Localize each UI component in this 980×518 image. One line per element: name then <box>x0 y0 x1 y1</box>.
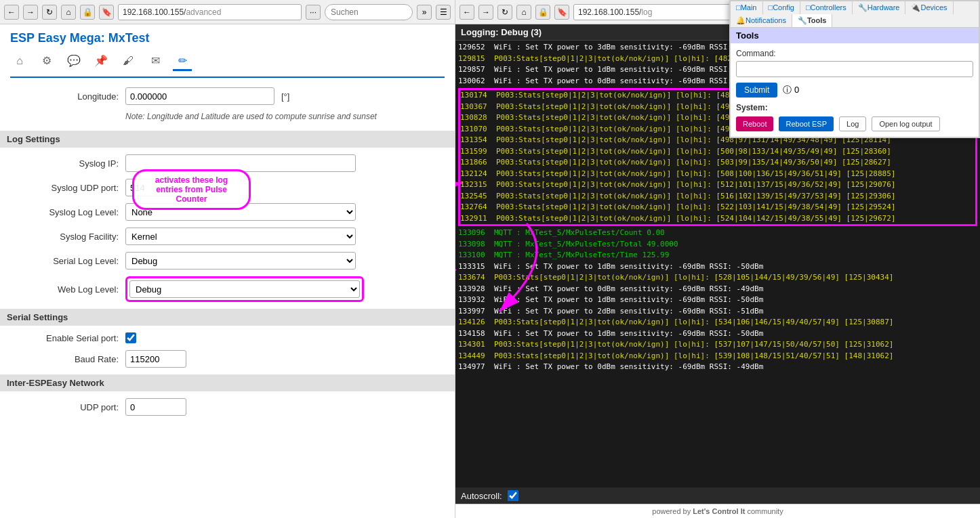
enable-serial-label: Enable Serial port: <box>10 333 119 343</box>
nav-notifications[interactable]: 🔔Notifications <box>731 14 792 27</box>
right-panel: □Main □Config □Controllers 🔧Hardware 🔌De… <box>455 0 980 518</box>
left-browser-bar: ← → ↻ ⌂ 🔒 🔖 192.168.100.155/advanced ···… <box>0 0 455 24</box>
home-button[interactable]: ⌂ <box>61 5 76 20</box>
left-url-bar[interactable]: 192.168.100.155/advanced <box>118 4 302 20</box>
autoscroll-label: Autoscroll: <box>461 491 502 501</box>
autoscroll-row: Autoscroll: <box>455 488 980 504</box>
extensions-button[interactable]: » <box>417 5 432 20</box>
longitude-note: Note: Longitude and Latitude are used to… <box>125 112 445 121</box>
nav-speech-icon[interactable]: 💬 <box>64 52 83 71</box>
nav-pencil-icon[interactable]: ✏ <box>173 52 192 71</box>
right-url-prefix: 192.168.100.155/ <box>578 7 641 17</box>
log-line: 132911 P003:Stats[step0|1|2|3|tot(ok/nok… <box>460 213 975 225</box>
log-line: 134301 P003:Stats[step0|1|2|3|tot(ok/nok… <box>458 339 977 351</box>
nav-icons: ⌂ ⚙ 💬 📌 🖌 ✉ ✏ <box>10 52 445 78</box>
tools-submit-row: Submit ⓘ 0 <box>736 83 973 98</box>
reboot-button[interactable]: Reboot <box>736 116 773 131</box>
right-home-button[interactable]: ⌂ <box>516 5 531 20</box>
baud-rate-row: Baud Rate: <box>10 350 445 368</box>
log-line: 133928 WiFi : Set TX power to 0dBm sensi… <box>458 284 977 295</box>
log-line: 132315 P003:Stats[step0|1|2|3|tot(ok/nok… <box>460 179 975 191</box>
command-input[interactable] <box>736 61 973 77</box>
log-button[interactable]: Log <box>839 116 866 131</box>
log-line: 133997 WiFi : Set TX power to 2dBm sensi… <box>458 306 977 318</box>
nav-controllers[interactable]: □Controllers <box>800 1 853 14</box>
serial-log-level-row: Serial Log Level: None Error Info Debug <box>10 252 445 269</box>
nav-hardware[interactable]: 🔧Hardware <box>853 1 906 14</box>
command-label: Command: <box>736 49 973 58</box>
nav-home-icon[interactable]: ⌂ <box>10 52 29 71</box>
lock-icon: 🔒 <box>80 5 95 20</box>
serial-log-level-select[interactable]: None Error Info Debug <box>125 252 356 269</box>
longitude-input[interactable] <box>125 87 274 105</box>
syslog-log-level-row: Syslog Log Level: None Error Info Debug … <box>10 203 445 221</box>
web-log-level-select[interactable]: None Error Info Debug <box>129 280 360 298</box>
tools-overlay: □Main □Config □Controllers 🔧Hardware 🔌De… <box>729 0 980 138</box>
syslog-facility-row: Syslog Facility: Kernel User Mail System <box>10 228 445 245</box>
log-line: 133100 MQTT : MxTest_5/MxPulseTest/Time … <box>458 250 977 261</box>
serial-log-level-label: Serial Log Level: <box>10 256 119 266</box>
nav-settings-icon[interactable]: ⚙ <box>37 52 56 71</box>
syslog-ip-label: Syslog IP: <box>10 158 119 169</box>
log-line: 132545 P003:Stats[step0|1|2|3|tot(ok/nok… <box>460 191 975 202</box>
log-settings-header: Log Settings <box>0 131 455 148</box>
log-line: 131599 P003:Stats[step0|1|2|3|tot(ok/nok… <box>460 146 975 158</box>
log-line: 132764 P003:Stats[step0|1|2|3|tot(ok/nok… <box>460 202 975 213</box>
log-line: 134126 P003:Stats[step0|1|2|3|tot(ok/nok… <box>458 317 977 328</box>
bookmark-icon: 🔖 <box>99 5 114 20</box>
nav-brush-icon[interactable]: 🖌 <box>119 52 138 71</box>
inter-esp-header: Inter-ESPEasy Network <box>0 374 455 391</box>
log-line: 134449 P003:Stats[step0|1|2|3|tot(ok/nok… <box>458 351 977 362</box>
log-line: 132124 P003:Stats[step0|1|2|3|tot(ok/nok… <box>460 169 975 180</box>
right-forward-button[interactable]: → <box>478 5 493 20</box>
serial-settings-header: Serial Settings <box>0 309 455 326</box>
nav-main[interactable]: □Main <box>731 1 763 14</box>
syslog-udp-label: Syslog UDP port: <box>10 183 119 193</box>
nav-mail-icon[interactable]: ✉ <box>146 52 165 71</box>
nav-config[interactable]: □Config <box>763 1 800 14</box>
right-refresh-button[interactable]: ↻ <box>497 5 512 20</box>
open-log-button[interactable]: Open log output <box>872 116 939 131</box>
left-content: ESP Easy Mega: MxTest ⌂ ⚙ 💬 📌 🖌 ✉ ✏ Long… <box>0 24 455 518</box>
annotation-bubble: activates these log entries from Pulse C… <box>132 169 251 210</box>
reboot-esp-button[interactable]: Reboot ESP <box>779 116 834 131</box>
web-log-level-highlight: None Error Info Debug <box>125 276 364 302</box>
enable-serial-row: Enable Serial port: <box>10 332 445 343</box>
right-url-suffix: log <box>641 7 652 17</box>
longitude-row: Longitude: [°] <box>10 87 445 105</box>
log-line: 131866 P003:Stats[step0|1|2|3|tot(ok/nok… <box>460 157 975 169</box>
submit-button[interactable]: Submit <box>736 83 777 98</box>
system-section-label: System: <box>736 103 973 112</box>
refresh-button[interactable]: ↻ <box>42 5 57 20</box>
page-title: ESP Easy Mega: MxTest <box>10 31 445 45</box>
nav-devices[interactable]: 🔌Devices <box>905 1 953 14</box>
left-panel: ← → ↻ ⌂ 🔒 🔖 192.168.100.155/advanced ···… <box>0 0 455 518</box>
web-log-level-row: Web Log Level: None Error Info Debug <box>10 276 445 302</box>
syslog-facility-select[interactable]: Kernel User Mail System <box>125 228 356 245</box>
back-button[interactable]: ← <box>4 5 19 20</box>
url-prefix: 192.168.100.155/ <box>123 7 186 17</box>
enable-serial-checkbox[interactable] <box>125 332 136 343</box>
more-options-button[interactable]: ··· <box>306 5 321 20</box>
tools-header: Tools <box>731 28 979 43</box>
search-input[interactable] <box>325 4 413 20</box>
log-line: 133674 P003:Stats[step0|1|2|3|tot(ok/nok… <box>458 272 977 284</box>
menu-button[interactable]: ☰ <box>436 5 451 20</box>
udp-port-row: UDP port: <box>10 398 445 416</box>
forward-button[interactable]: → <box>23 5 38 20</box>
footer-text: powered by Let's Control It community <box>652 507 783 515</box>
syslog-log-level-label: Syslog Log Level: <box>10 207 119 217</box>
nav-tools[interactable]: 🔧Tools <box>792 14 833 27</box>
longitude-unit: [°] <box>281 91 289 102</box>
right-bookmark-icon: 🔖 <box>554 5 569 20</box>
autoscroll-checkbox[interactable] <box>508 490 518 501</box>
longitude-label: Longitude: <box>10 91 119 102</box>
baud-rate-input[interactable] <box>125 350 186 368</box>
footer: powered by Let's Control It community <box>455 504 980 518</box>
udp-port-input[interactable] <box>125 398 186 416</box>
log-line: 134158 WiFi : Set TX power to 1dBm sensi… <box>458 328 977 340</box>
log-line: 133098 MQTT : MxTest_5/MxPulseTest/Total… <box>458 239 977 251</box>
nav-pin-icon[interactable]: 📌 <box>91 52 110 71</box>
right-back-button[interactable]: ← <box>460 5 474 20</box>
log-line: 134977 WiFi : Set TX power to 0dBm sensi… <box>458 362 977 373</box>
